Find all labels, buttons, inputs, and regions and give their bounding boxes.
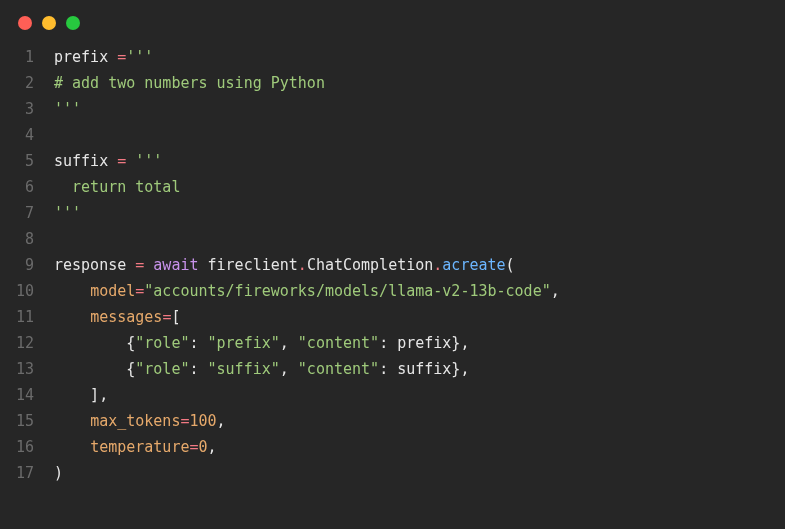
code-line[interactable]: 8 [0, 226, 785, 252]
code-content[interactable]: {"role": "suffix", "content": suffix}, [54, 356, 469, 382]
line-number: 6 [0, 174, 54, 200]
code-line[interactable]: 4 [0, 122, 785, 148]
token-string: "content" [298, 334, 379, 352]
editor-window: 1prefix ='''2# add two numbers using Pyt… [0, 0, 785, 529]
minimize-icon[interactable] [42, 16, 56, 30]
token-default: : suffix}, [379, 360, 469, 378]
code-content[interactable]: prefix =''' [54, 44, 153, 70]
code-line[interactable]: 5suffix = ''' [0, 148, 785, 174]
token-default: ], [54, 386, 108, 404]
code-line[interactable]: 11 messages=[ [0, 304, 785, 330]
token-op: = [189, 438, 198, 456]
code-content[interactable]: ], [54, 382, 108, 408]
token-default: , [208, 438, 217, 456]
code-line[interactable]: 9response = await fireclient.ChatComplet… [0, 252, 785, 278]
token-string: "suffix" [208, 360, 280, 378]
token-keyword: await [153, 256, 198, 274]
code-content[interactable]: return total [54, 174, 180, 200]
code-content[interactable]: ) [54, 460, 63, 486]
token-default [54, 308, 90, 326]
line-number: 14 [0, 382, 54, 408]
code-line[interactable]: 16 temperature=0, [0, 434, 785, 460]
token-string: "content" [298, 360, 379, 378]
token-string: "prefix" [208, 334, 280, 352]
code-content[interactable]: ''' [54, 200, 81, 226]
token-param: messages [90, 308, 162, 326]
code-content[interactable]: messages=[ [54, 304, 180, 330]
line-number: 12 [0, 330, 54, 356]
code-content[interactable]: max_tokens=100, [54, 408, 226, 434]
line-number: 17 [0, 460, 54, 486]
token-param: model [90, 282, 135, 300]
token-string: return total [54, 178, 180, 196]
line-number: 11 [0, 304, 54, 330]
code-content[interactable]: model="accounts/fireworks/models/llama-v… [54, 278, 560, 304]
code-content[interactable]: ''' [54, 96, 81, 122]
token-number: 100 [189, 412, 216, 430]
line-number: 8 [0, 226, 54, 252]
token-default: response [54, 256, 135, 274]
token-param: max_tokens [90, 412, 180, 430]
token-op: . [298, 256, 307, 274]
code-content[interactable]: suffix = ''' [54, 148, 162, 174]
token-default: prefix [54, 48, 117, 66]
token-default [144, 256, 153, 274]
code-line[interactable]: 2# add two numbers using Python [0, 70, 785, 96]
token-default: : [189, 360, 207, 378]
line-number: 3 [0, 96, 54, 122]
code-line[interactable]: 13 {"role": "suffix", "content": suffix}… [0, 356, 785, 382]
token-func: acreate [442, 256, 505, 274]
code-content[interactable]: {"role": "prefix", "content": prefix}, [54, 330, 469, 356]
token-string: ''' [54, 100, 81, 118]
token-default: [ [171, 308, 180, 326]
token-default: : [189, 334, 207, 352]
line-number: 5 [0, 148, 54, 174]
code-line[interactable]: 1prefix =''' [0, 44, 785, 70]
token-default [126, 152, 135, 170]
line-number: 2 [0, 70, 54, 96]
token-default: , [217, 412, 226, 430]
token-string: ''' [135, 152, 162, 170]
code-content[interactable]: temperature=0, [54, 434, 217, 460]
line-number: 16 [0, 434, 54, 460]
code-line[interactable]: 14 ], [0, 382, 785, 408]
token-op: . [433, 256, 442, 274]
code-line[interactable]: 6 return total [0, 174, 785, 200]
token-default: suffix [54, 152, 117, 170]
token-default: ChatCompletion [307, 256, 433, 274]
code-line[interactable]: 10 model="accounts/fireworks/models/llam… [0, 278, 785, 304]
close-icon[interactable] [18, 16, 32, 30]
token-number: 0 [199, 438, 208, 456]
token-default [54, 282, 90, 300]
token-string: "role" [135, 334, 189, 352]
token-string: "role" [135, 360, 189, 378]
code-content[interactable]: # add two numbers using Python [54, 70, 325, 96]
code-line[interactable]: 17) [0, 460, 785, 486]
token-op: = [117, 152, 126, 170]
token-default: , [280, 360, 298, 378]
code-line[interactable]: 15 max_tokens=100, [0, 408, 785, 434]
line-number: 7 [0, 200, 54, 226]
code-line[interactable]: 12 {"role": "prefix", "content": prefix}… [0, 330, 785, 356]
line-number: 10 [0, 278, 54, 304]
line-number: 1 [0, 44, 54, 70]
token-op: = [135, 282, 144, 300]
token-default: ) [54, 464, 63, 482]
line-number: 9 [0, 252, 54, 278]
code-editor[interactable]: 1prefix ='''2# add two numbers using Pyt… [0, 40, 785, 490]
token-default: , [551, 282, 560, 300]
token-op: = [117, 48, 126, 66]
token-default: ( [506, 256, 515, 274]
code-line[interactable]: 3''' [0, 96, 785, 122]
token-default: { [54, 360, 135, 378]
token-string: ''' [126, 48, 153, 66]
code-line[interactable]: 7''' [0, 200, 785, 226]
token-param: temperature [90, 438, 189, 456]
token-string: ''' [54, 204, 81, 222]
zoom-icon[interactable] [66, 16, 80, 30]
line-number: 13 [0, 356, 54, 382]
code-content[interactable]: response = await fireclient.ChatCompleti… [54, 252, 515, 278]
line-number: 15 [0, 408, 54, 434]
token-default [54, 438, 90, 456]
line-number: 4 [0, 122, 54, 148]
